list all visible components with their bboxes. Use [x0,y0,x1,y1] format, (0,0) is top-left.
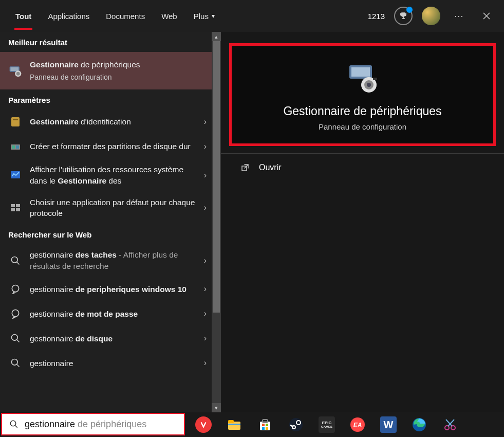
taskbar: EPICGAMES EA W [185,416,504,433]
settings-item-label: Gestionnaire d'identification [30,116,213,128]
search-icon [8,356,23,370]
settings-item-default-apps[interactable]: Choisir une application par défaut pour … [0,192,221,224]
chevron-right-icon: › [204,284,207,294]
web-item-label: gestionnaire [30,358,213,369]
best-result-item[interactable]: Gestionnaire de périphériques Panneau de… [0,52,221,89]
tab-more[interactable]: Plus ▾ [186,3,222,30]
search-text: gestionnaire de périphériques [25,419,146,430]
best-result-text: Gestionnaire de périphériques Panneau de… [30,59,213,82]
trophy-icon [399,11,408,21]
svg-rect-33 [228,424,240,425]
search-input[interactable]: gestionnaire de périphériques [1,413,185,435]
svg-point-26 [367,83,371,87]
chat-icon [8,282,23,296]
settings-item-label: Afficher l'utilisation des ressources sy… [30,164,213,186]
preview-panel: Gestionnaire de périphériques Panneau de… [221,32,504,412]
svg-rect-36 [262,424,265,426]
svg-point-14 [12,257,18,263]
web-item-label: gestionnaire des taches - Afficher plus … [30,249,213,271]
more-options-button[interactable]: ⋯ [450,7,468,25]
tab-applications[interactable]: Applications [41,3,97,30]
section-best-result: Meilleur résultat [0,32,221,52]
svg-point-17 [12,310,18,317]
settings-item-credentials[interactable]: Gestionnaire d'identification › [0,110,221,134]
scrollbar-thumb[interactable] [213,41,220,313]
credential-manager-icon [8,115,23,129]
search-icon [9,420,18,429]
svg-line-19 [17,340,20,342]
svg-rect-13 [16,208,20,211]
web-item-task-manager[interactable]: gestionnaire des taches - Afficher plus … [0,244,221,277]
svg-line-21 [17,365,20,367]
taskbar-app-epic[interactable]: EPICGAMES [319,416,335,433]
chevron-right-icon: › [204,334,207,343]
svg-rect-7 [12,145,15,149]
svg-rect-27 [373,78,377,80]
user-avatar[interactable] [422,7,440,25]
svg-rect-8 [16,145,19,149]
taskbar-app-store[interactable] [257,416,273,433]
results-panel: Meilleur résultat Gestionnaire de périph… [0,32,221,412]
results-scrollbar[interactable]: ▴ ▾ [212,32,221,412]
taskbar-app-explorer[interactable] [226,416,242,433]
close-button[interactable] [477,7,496,25]
svg-point-29 [10,421,16,426]
scroll-up-icon[interactable]: ▴ [212,32,221,41]
taskbar-app-ea[interactable]: EA [349,416,366,433]
tab-all[interactable]: Tout [8,3,39,30]
web-item-disk-manager[interactable]: gestionnaire de disque › [0,326,221,351]
web-item-label: gestionnaire de disque [30,333,213,344]
svg-point-20 [12,359,18,366]
svg-rect-37 [266,424,268,426]
section-web: Rechercher sur le Web [0,224,221,244]
chevron-down-icon: ▾ [212,12,215,20]
rewards-points[interactable]: 1213 [368,12,385,21]
settings-item-label: Créer et formater des partitions de disq… [30,141,213,152]
taskbar-app-edge[interactable] [411,416,427,433]
svg-rect-12 [11,208,15,211]
device-manager-icon [8,64,23,78]
taskbar-app-word[interactable]: W [380,416,397,433]
settings-item-label: Choisir une application par défaut pour … [30,197,213,219]
taskbar-app-vivaldi[interactable] [195,416,212,433]
svg-line-30 [15,425,17,428]
notification-dot-icon [406,7,413,13]
svg-point-18 [12,335,18,341]
svg-rect-35 [263,420,268,423]
scroll-down-icon[interactable]: ▾ [212,403,221,412]
web-item-device-manager-w10[interactable]: gestionnaire de peripheriques windows 10… [0,277,221,301]
preview-title: Gestionnaire de périphériques [283,104,441,118]
disk-partition-icon [8,139,23,154]
chevron-right-icon: › [204,171,207,180]
chevron-right-icon: › [204,256,207,265]
top-right-controls: 1213 ⋯ [368,7,496,25]
taskbar-app-snip[interactable] [442,416,458,433]
default-apps-icon [8,201,23,215]
svg-text:EA: EA [353,422,362,429]
tab-documents[interactable]: Documents [99,3,152,30]
web-item-label: gestionnaire de peripheriques windows 10 [30,284,213,295]
settings-item-partitions[interactable]: Créer et formater des partitions de disq… [0,134,221,159]
tab-web[interactable]: Web [154,3,184,30]
svg-rect-39 [266,427,268,430]
chevron-right-icon: › [204,358,207,368]
svg-point-3 [16,71,20,75]
svg-rect-5 [13,119,18,120]
svg-point-16 [12,285,18,292]
device-manager-large-icon [344,62,381,95]
search-icon [8,253,23,268]
bottom-row: gestionnaire de périphériques EPICGAMES … [0,412,504,437]
settings-item-resources[interactable]: Afficher l'utilisation des ressources sy… [0,159,221,191]
chevron-right-icon: › [204,309,207,318]
main-area: Meilleur résultat Gestionnaire de périph… [0,32,504,412]
svg-rect-4 [11,117,20,126]
open-icon [240,163,250,172]
taskbar-app-steam[interactable] [288,416,304,433]
chevron-right-icon: › [204,142,207,151]
open-action[interactable]: Ouvrir [229,154,496,181]
web-item-gestionnaire[interactable]: gestionnaire › [0,351,221,375]
chevron-right-icon: › [204,203,207,212]
svg-rect-11 [16,204,20,207]
web-item-password-manager[interactable]: gestionnaire de mot de passe › [0,301,221,326]
rewards-medal-icon[interactable] [394,7,413,25]
